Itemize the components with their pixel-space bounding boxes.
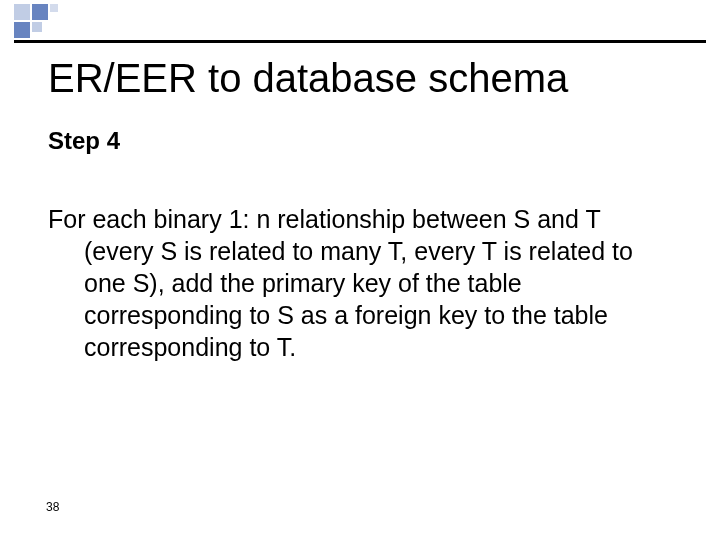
body-text: For each binary 1: n relationship betwee… — [48, 203, 672, 363]
page-number: 38 — [46, 500, 59, 514]
slide-body: For each binary 1: n relationship betwee… — [48, 203, 672, 363]
corner-squares-decoration — [14, 0, 114, 40]
header-divider — [14, 40, 706, 43]
slide-title: ER/EER to database schema — [48, 56, 672, 101]
slide-content: ER/EER to database schema Step 4 For eac… — [48, 56, 672, 363]
step-heading: Step 4 — [48, 127, 672, 155]
